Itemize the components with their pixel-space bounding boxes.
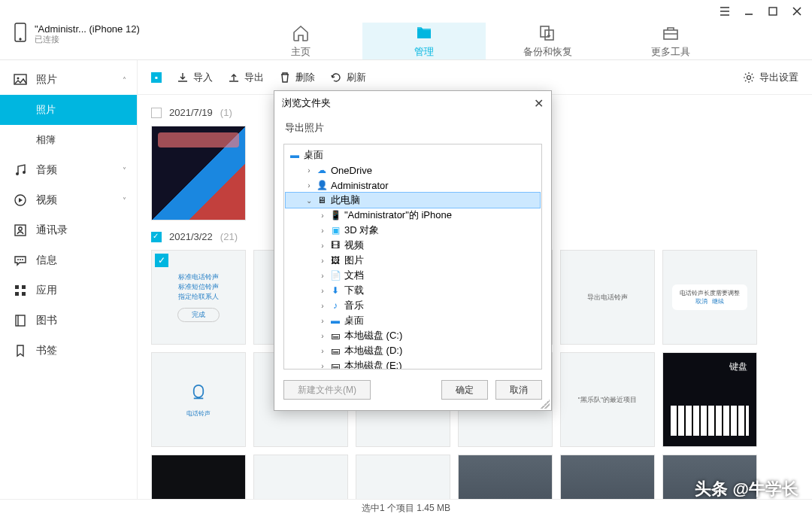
tree-node-onedrive[interactable]: ›☁OneDrive xyxy=(286,163,540,178)
tree-node-desktop-root[interactable]: ▬桌面 xyxy=(286,147,540,163)
folder-tree[interactable]: ▬桌面 ›☁OneDrive ›👤Administrator ⌄🖥此电脑 ›📱"… xyxy=(283,144,542,370)
cancel-button[interactable]: 取消 xyxy=(495,380,542,400)
dialog-subtitle: 导出照片 xyxy=(274,115,551,139)
tree-node-downloads[interactable]: ›⬇下载 xyxy=(286,283,540,298)
tree-node-pictures[interactable]: ›🖼图片 xyxy=(286,253,540,268)
tree-node-documents[interactable]: ›📄文档 xyxy=(286,268,540,283)
dialog-overlay: 浏览文件夹 ✕ 导出照片 ▬桌面 ›☁OneDrive ›👤Administra… xyxy=(0,0,812,517)
watermark: 头条 @牛学长 xyxy=(695,478,798,500)
tree-node-thispc[interactable]: ⌄🖥此电脑 xyxy=(286,193,540,208)
new-folder-button[interactable]: 新建文件夹(M) xyxy=(283,380,371,400)
tree-node-diskd[interactable]: ›🖴本地磁盘 (D:) xyxy=(286,343,540,358)
tree-node-videos[interactable]: ›🎞视频 xyxy=(286,238,540,253)
resize-handle[interactable] xyxy=(541,400,550,409)
tree-node-music[interactable]: ›♪音乐 xyxy=(286,298,540,313)
ok-button[interactable]: 确定 xyxy=(441,380,488,400)
tree-node-desktop[interactable]: ›▬桌面 xyxy=(286,313,540,328)
tree-node-diskc[interactable]: ›🖴本地磁盘 (C:) xyxy=(286,328,540,343)
tree-node-3dobjects[interactable]: ›▣3D 对象 xyxy=(286,223,540,238)
tree-node-diske[interactable]: ›🖴本地磁盘 (E:) xyxy=(286,358,540,370)
dialog-title: 浏览文件夹 xyxy=(282,96,331,110)
tree-node-user[interactable]: ›👤Administrator xyxy=(286,178,540,193)
dialog-close-button[interactable]: ✕ xyxy=(534,96,544,111)
browse-folder-dialog: 浏览文件夹 ✕ 导出照片 ▬桌面 ›☁OneDrive ›👤Administra… xyxy=(274,90,552,411)
tree-node-iphone[interactable]: ›📱"Administrator"的 iPhone xyxy=(286,208,540,223)
